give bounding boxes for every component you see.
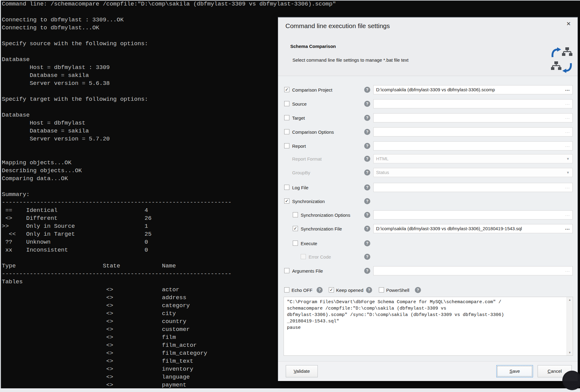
browse-icon[interactable]: ...: [565, 225, 570, 230]
row-groupby: GroupBy ? Status ▼: [278, 168, 578, 177]
browse-icon[interactable]: ...: [565, 143, 570, 148]
save-button[interactable]: Save: [496, 365, 533, 377]
help-icon[interactable]: ?: [364, 101, 370, 107]
target-input[interactable]: ...: [373, 113, 573, 122]
help-icon[interactable]: ?: [364, 198, 370, 204]
frame-bottom-edge: [0, 388, 580, 392]
row-error-code: ✓ Error Code ?: [278, 252, 578, 261]
echo-off-checkbox[interactable]: ✓: [284, 287, 289, 292]
comparison-project-checkbox[interactable]: ✓: [284, 87, 289, 92]
section-title: Schema Comparison: [290, 44, 336, 49]
help-icon[interactable]: ?: [364, 268, 370, 274]
help-icon[interactable]: ?: [415, 287, 421, 293]
dialog-header: Command line execution file settings ✕ S…: [278, 17, 578, 76]
row-shell-options: ✓ Echo OFF ? ✓ Keep opened ? ✓ PowerShel…: [278, 285, 578, 295]
help-icon[interactable]: ?: [366, 287, 372, 293]
check-icon: ✓: [285, 87, 289, 92]
powershell-checkbox[interactable]: ✓: [379, 287, 384, 292]
help-icon[interactable]: ?: [364, 156, 370, 162]
help-icon[interactable]: ?: [364, 226, 370, 232]
groupby-value: Status: [376, 170, 389, 175]
source-input[interactable]: ...: [373, 99, 573, 108]
synchronization-checkbox[interactable]: ✓: [284, 198, 289, 204]
scroll-up-icon[interactable]: ▲: [567, 298, 573, 301]
validate-button[interactable]: Validate: [286, 365, 318, 377]
comparison-project-label: Comparison Project: [292, 87, 332, 93]
log-file-checkbox[interactable]: ✓: [284, 185, 289, 190]
report-format-value: HTML: [376, 156, 389, 161]
row-comparison-project: ✓ Comparison Project ? D:\comp\sakila (d…: [278, 85, 578, 94]
chevron-down-icon: ▼: [566, 157, 570, 161]
synchronization-file-checkbox[interactable]: ✓: [293, 226, 298, 231]
echo-off-label: Echo OFF: [292, 288, 312, 293]
check-icon: ✓: [285, 199, 289, 203]
frame-left-edge: [0, 0, 1, 392]
target-label: Target: [292, 115, 305, 121]
browse-icon[interactable]: ...: [565, 100, 570, 106]
row-source: ✓ Source ? ...: [278, 99, 578, 108]
keep-opened-checkbox[interactable]: ✓: [329, 287, 334, 292]
browse-icon[interactable]: ...: [565, 184, 570, 189]
bat-script-textarea[interactable]: "C:\Program Files\Devart\dbForge Schema …: [284, 297, 573, 356]
comparison-options-checkbox[interactable]: ✓: [284, 129, 289, 134]
report-checkbox[interactable]: ✓: [284, 143, 289, 148]
help-icon[interactable]: ?: [364, 254, 370, 260]
help-icon[interactable]: ?: [364, 240, 370, 246]
row-execute: ✓ Execute ?: [278, 239, 578, 248]
synchronization-options-label: Synchronization Options: [301, 212, 350, 218]
synchronization-file-input[interactable]: D:\comp\sakila (dbfmylast-3309 vs dbfmyl…: [373, 224, 573, 233]
textarea-scrollbar[interactable]: ▲ ▼: [567, 297, 573, 355]
help-icon[interactable]: ?: [364, 169, 370, 176]
error-code-checkbox[interactable]: ✓: [301, 254, 306, 259]
help-icon[interactable]: ?: [317, 287, 323, 293]
browse-icon[interactable]: ...: [565, 86, 570, 92]
check-icon: ✓: [329, 288, 334, 292]
help-icon[interactable]: ?: [364, 143, 370, 149]
browse-icon[interactable]: ...: [565, 267, 570, 273]
report-label: Report: [292, 143, 306, 149]
arguments-file-input[interactable]: ...: [373, 266, 573, 275]
source-checkbox[interactable]: ✓: [284, 101, 289, 106]
help-icon[interactable]: ?: [364, 115, 370, 121]
log-file-input[interactable]: ...: [373, 183, 573, 192]
synchronization-options-checkbox[interactable]: ✓: [293, 212, 298, 217]
scroll-down-icon[interactable]: ▼: [567, 351, 573, 354]
section-subtitle: Select command line file settings to man…: [292, 57, 408, 63]
report-format-select[interactable]: HTML ▼: [373, 154, 573, 163]
browse-icon[interactable]: ...: [565, 212, 570, 217]
help-icon[interactable]: ?: [364, 212, 370, 218]
comparison-project-value: D:\comp\sakila (dbfmylast-3309 vs dbfmyl…: [376, 87, 495, 92]
report-format-label: Report Format: [292, 156, 322, 162]
row-arguments-file: ✓ Arguments File ? ...: [278, 266, 578, 275]
chevron-down-icon: ▼: [566, 171, 570, 174]
target-checkbox[interactable]: ✓: [284, 115, 289, 120]
report-input[interactable]: ...: [373, 141, 573, 151]
arguments-file-checkbox[interactable]: ✓: [284, 268, 289, 273]
synchronization-options-input[interactable]: ...: [373, 210, 573, 220]
dialog-title: Command line execution file settings: [285, 22, 390, 30]
error-code-label: Error Code: [309, 254, 331, 260]
help-icon[interactable]: ?: [364, 87, 370, 93]
close-icon[interactable]: ✕: [566, 20, 571, 27]
help-icon[interactable]: ?: [364, 129, 370, 135]
groupby-select[interactable]: Status ▼: [373, 168, 573, 177]
help-icon[interactable]: ?: [364, 184, 370, 191]
schema-comparison-icon: [550, 47, 573, 74]
groupby-label: GroupBy: [292, 170, 310, 175]
row-target: ✓ Target ? ...: [278, 113, 578, 122]
row-synchronization: ✓ Synchronization ?: [278, 197, 578, 206]
execute-label: Execute: [301, 241, 317, 246]
source-label: Source: [292, 101, 307, 107]
browse-icon[interactable]: ...: [565, 114, 570, 120]
comparison-options-label: Comparison Options: [292, 129, 334, 135]
comparison-project-input[interactable]: D:\comp\sakila (dbfmylast-3309 vs dbfmyl…: [373, 85, 573, 94]
execute-checkbox[interactable]: ✓: [293, 241, 298, 246]
row-synchronization-file: ✓ Synchronization File ? D:\comp\sakila …: [278, 224, 578, 233]
row-comparison-options: ✓ Comparison Options ? ...: [278, 127, 578, 136]
synchronization-file-label: Synchronization File: [301, 226, 342, 231]
command-line-settings-dialog: Command line execution file settings ✕ S…: [278, 17, 578, 381]
browse-icon[interactable]: ...: [565, 129, 570, 134]
comparison-options-input[interactable]: ...: [373, 127, 573, 136]
log-file-label: Log File: [292, 185, 308, 190]
synchronization-label: Synchronization: [292, 199, 325, 204]
